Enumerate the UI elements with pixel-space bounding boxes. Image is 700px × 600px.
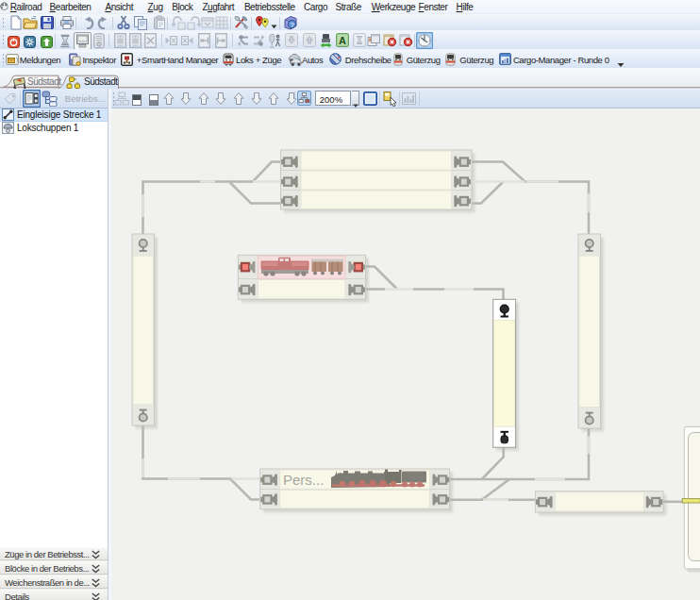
svg-text:Pers...: Pers... bbox=[283, 472, 324, 488]
svg-text:?: ? bbox=[290, 21, 294, 29]
svg-text:A: A bbox=[339, 35, 346, 46]
